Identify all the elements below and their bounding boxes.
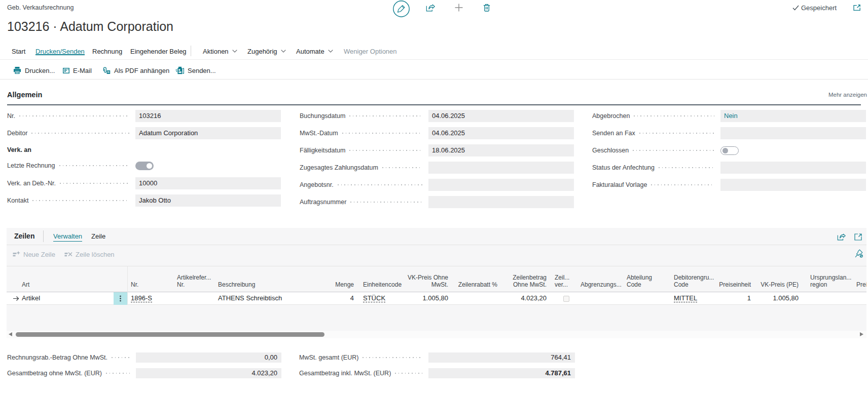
field-buchungsdatum-value[interactable]: 04.06.2025 (428, 110, 574, 122)
neue-zeile-button[interactable]: Neue Zeile (13, 251, 55, 258)
field-faelligkeitsdatum-value[interactable]: 18.06.2025 (428, 144, 574, 156)
cell-checkbox[interactable] (563, 296, 569, 302)
breadcrumb[interactable]: Geb. Verkaufsrechnung (7, 4, 74, 11)
tab-start[interactable]: Start (12, 47, 25, 56)
total-gesamt-ohne-mwst-value[interactable]: 4.023,20 (136, 368, 281, 378)
cell-debitorengruppe-link[interactable]: MITTEL (674, 294, 697, 302)
field-status-der-anfechtung-value[interactable] (720, 162, 866, 174)
cell-vk-preis[interactable]: 1.005,80 (397, 292, 448, 305)
popout-window-icon[interactable] (853, 5, 860, 11)
col-header-zeil-ver[interactable]: Zeil...ver... (555, 274, 569, 288)
field-nr-value[interactable]: 103216 (135, 110, 281, 122)
col-header-nr[interactable]: Nr. (131, 281, 138, 288)
field-fakturalauf-vorlage: Fakturalauf Vorlage (592, 179, 866, 191)
field-zugesagtes-zahlungsdatum-value[interactable] (428, 162, 574, 174)
hscroll-left-arrow[interactable] (9, 332, 12, 336)
field-faelligkeitsdatum-label: Fälligkeitsdatum (300, 147, 345, 154)
cell-beschreibung[interactable]: ATHENS Schreibtisch (218, 292, 282, 305)
field-faelligkeitsdatum: Fälligkeitsdatum 18.06.2025 (300, 144, 574, 156)
cell-einheitencode[interactable]: STÜCK (363, 292, 385, 305)
field-fakturalauf-vorlage-value[interactable] (720, 179, 866, 191)
cell-nr[interactable]: 1896-S (131, 292, 152, 305)
col-header-preis[interactable]: Preis (856, 281, 866, 288)
field-abgebrochen-value[interactable]: Nein (720, 110, 866, 122)
col-header-artikelreferenz-nr[interactable]: Artikelrefer...Nr. (177, 274, 211, 288)
col-header-menge[interactable]: Menge (323, 281, 354, 288)
tab-drucken-senden[interactable]: Drucken/Senden (35, 47, 85, 56)
field-mwst-datum: MwSt.-Datum 04.06.2025 (300, 127, 574, 139)
active-tab-underline (35, 54, 85, 55)
cell-nr-link[interactable]: 1896-S (131, 294, 152, 302)
total-mwst-gesamt-value[interactable]: 764,41 (428, 352, 575, 363)
col-header-vk-preis-ohne-mwst[interactable]: VK-Preis OhneMwSt. (397, 274, 448, 288)
field-debitor-value[interactable]: Adatum Corporation (135, 127, 281, 139)
edit-pencil-button[interactable] (393, 1, 410, 17)
menu-automate[interactable]: Automate (296, 47, 333, 56)
menu-zugehoerig[interactable]: Zugehörig (247, 47, 286, 56)
lines-share-icon[interactable] (837, 233, 846, 241)
als-pdf-anhaengen-button[interactable]: Als PDF anhängen (102, 66, 169, 75)
cell-menge[interactable]: 4 (323, 292, 354, 305)
field-nr-label: Nr. (7, 112, 15, 120)
cell-art[interactable]: Artikel (22, 292, 40, 305)
field-angebotsnr-value[interactable] (428, 179, 574, 191)
field-buchungsdatum-label: Buchungsdatum (300, 112, 345, 120)
cell-preiseinheit[interactable]: 1 (700, 292, 751, 305)
senden-button[interactable]: Senden... (175, 66, 216, 75)
total-gesamt-ohne-mwst: Gesamtbetrag ohne MwSt. (EUR) 4.023,20 (7, 368, 281, 378)
cell-debitorengruppe[interactable]: MITTEL (674, 292, 697, 305)
menu-divider (0, 59, 868, 60)
hscroll-thumb[interactable] (16, 332, 324, 337)
lines-heading: Zeilen (14, 232, 34, 240)
delete-button[interactable] (483, 4, 491, 12)
menu-weniger-optionen[interactable]: Weniger Optionen (344, 47, 397, 56)
col-header-beschreibung[interactable]: Beschreibung (218, 281, 255, 288)
cell-einheitencode-link[interactable]: STÜCK (363, 294, 385, 302)
cell-vk-preis-pe[interactable]: 1.005,80 (748, 292, 799, 305)
total-rechnungsrabatt-value[interactable]: 0,00 (136, 352, 281, 363)
menu-aktionen[interactable]: Aktionen (203, 47, 237, 56)
field-verk-an-deb-nr-value[interactable]: 10000 (135, 177, 281, 189)
col-header-art[interactable]: Art (22, 281, 29, 288)
total-gesamt-inkl-mwst-value[interactable]: 4.787,61 (428, 368, 575, 378)
table-row[interactable]: Artikel 1896-S ATHENS Schreibtisch 4 STÜ… (7, 292, 866, 305)
chevron-down-icon (281, 50, 286, 53)
email-icon (63, 68, 69, 73)
col-header-abgrenzungs[interactable]: Abgrenzungs... (581, 281, 622, 288)
col-header-einheitencode[interactable]: Einheitencode (363, 281, 402, 288)
col-header-ursprungsland-region[interactable]: Ursprungslan...region (810, 274, 851, 288)
als-pdf-anhaengen-label: Als PDF anhängen (114, 67, 169, 74)
mehr-anzeigen-link[interactable]: Mehr anzeigen (828, 92, 867, 98)
tab-rechnung[interactable]: Rechnung (92, 47, 122, 56)
add-button[interactable] (455, 4, 463, 12)
lines-header: Zeilen Verwalten Zeile (7, 228, 866, 245)
field-auftragsnummer-value[interactable] (428, 196, 574, 208)
tab-eingehender-beleg[interactable]: Eingehender Beleg (130, 47, 187, 56)
col-header-preiseinheit[interactable]: Preiseinheit (700, 281, 751, 288)
geschlossen-toggle[interactable] (720, 146, 739, 155)
field-kontakt-value[interactable]: Jakob Otto (135, 194, 281, 207)
col-header-zeilenbetrag[interactable]: ZeilenbetragOhne MwSt. (496, 274, 547, 288)
drucken-button[interactable]: Drucken... (13, 66, 55, 75)
col-header-line: region (810, 281, 851, 288)
hscroll-right-arrow[interactable] (860, 332, 863, 336)
col-header-vk-preis-pe[interactable]: VK-Preis (PE) (748, 281, 799, 288)
dotted-leader (349, 150, 422, 151)
field-senden-an-fax-value[interactable] (720, 127, 866, 139)
col-header-zeilenrabatt[interactable]: Zeilenrabatt % (447, 281, 497, 288)
zeile-loeschen-button[interactable]: Zeile löschen (64, 251, 115, 258)
letzte-rechnung-toggle[interactable] (135, 162, 154, 170)
expand-icon (854, 233, 862, 241)
tab-zeile[interactable]: Zeile (91, 232, 105, 240)
lines-expand-icon[interactable] (854, 233, 862, 241)
cell-zeilenbetrag[interactable]: 4.023,20 (496, 292, 547, 305)
tab-start-label: Start (12, 48, 25, 55)
share-icon (426, 4, 435, 12)
cell-row-menu[interactable] (114, 292, 127, 305)
field-mwst-datum-value[interactable]: 04.06.2025 (428, 127, 574, 139)
share-button[interactable] (426, 4, 435, 12)
tab-verwalten[interactable]: Verwalten (53, 232, 82, 242)
pin-icon[interactable] (855, 249, 863, 258)
email-button[interactable]: E-Mail (63, 66, 92, 75)
col-header-abteilung-code[interactable]: AbteilungCode (627, 274, 652, 288)
